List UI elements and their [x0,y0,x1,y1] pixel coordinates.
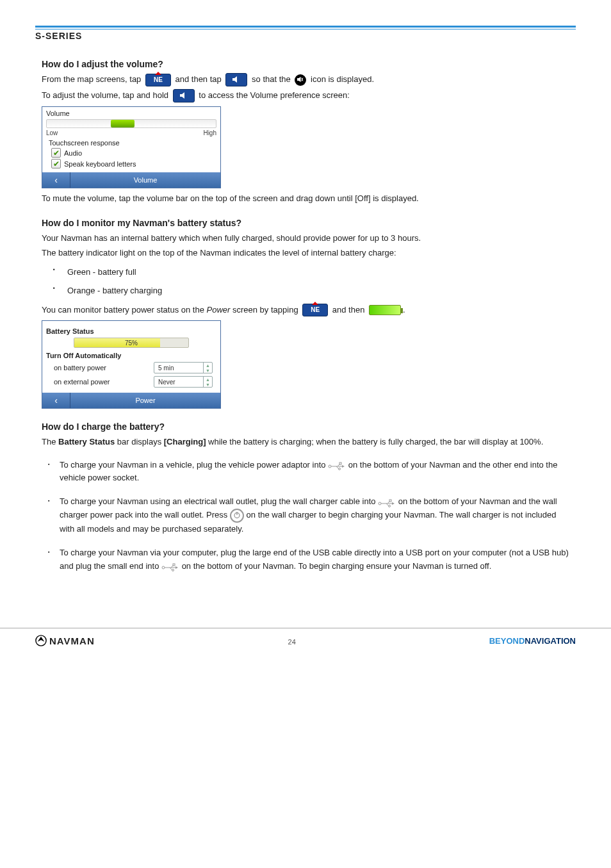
svg-point-10 [379,502,381,505]
volume-para-3: To mute the volume, tap the volume bar o… [42,192,569,205]
svg-marker-21 [175,566,178,569]
svg-marker-9 [342,465,345,468]
power-footer-label: Power [70,397,220,404]
on-external-selector: Never ▲▼ [154,376,213,388]
usb-icon-3 [161,562,179,571]
svg-marker-14 [392,502,395,505]
svg-marker-0 [232,76,237,83]
stepper-arrows-icon-2: ▲▼ [203,377,212,387]
battery-intro: Your Navman has an internal battery whic… [42,232,569,245]
power-screenshot: Battery Status 75% Turn Off Automaticall… [42,320,221,409]
charge-step-2: To charge your Navman using an electrica… [48,495,569,536]
ne-icon-2: NE [302,304,328,316]
svg-point-17 [162,566,165,569]
battery-level-icon [369,305,401,315]
power-button-icon [230,509,244,523]
on-external-value: Never [154,377,203,387]
turnoff-heading: Turn Off Automatically [46,352,216,359]
on-battery-value: 5 min [154,363,203,373]
battery-heading: How do I monitor my Navman's battery sta… [42,218,569,228]
mute-icon [295,74,306,86]
svg-point-13 [389,505,391,507]
ne-icon: NE [145,74,171,86]
battery-monitor-para: You can monitor battery power status on … [42,304,569,317]
series-header: S-SERIES [35,29,576,46]
on-external-label: on external power [54,378,110,386]
speak-label: Speak keyboard letters [64,160,136,168]
charge-step-1: To charge your Navman in a vehicle, plug… [48,459,569,486]
volume-para-1: From the map screens, tap NE and then ta… [42,73,569,86]
charge-intro: The Battery Status bar displays [Chargin… [42,436,569,448]
bullet-orange: Orange - battery charging [67,284,569,297]
battery-bar: 75% [74,338,189,348]
svg-marker-4 [180,92,184,99]
volume-low-label: Low [46,129,58,136]
svg-point-5 [329,465,331,468]
navman-logo: NAVMAN [35,635,95,646]
audio-label: Audio [64,149,82,157]
usb-icon-2 [378,498,396,507]
usb-icon [328,461,346,470]
svg-point-8 [339,468,341,470]
battery-status-title: Battery Status [46,327,216,335]
navman-brand-text: NAVMAN [49,635,95,646]
battery-percent: 75% [74,338,188,347]
volume-ss-title: Volume [46,110,216,117]
speaker-icon [225,73,247,86]
volume-para-2: To adjust the volume, tap and hold to ac… [42,89,569,102]
svg-rect-19 [173,564,175,566]
svg-rect-7 [339,463,341,464]
svg-marker-1 [297,77,301,82]
page-number: 24 [288,638,296,646]
on-battery-label: on battery power [54,364,106,372]
volume-screenshot: Volume Low High Touchscreen response ✔ A… [42,106,221,188]
navman-logo-icon [35,635,47,646]
charge-step-3: To charge your Navman via your computer,… [48,546,569,573]
svg-point-20 [172,569,174,571]
stepper-arrows-icon: ▲▼ [203,363,212,373]
volume-footer-label: Volume [70,176,220,184]
touchscreen-label: Touchscreen response [49,139,216,147]
on-battery-selector: 5 min ▲▼ [154,362,213,373]
audio-checkbox: ✔ [51,148,61,158]
volume-back-button: ‹ [42,172,70,188]
speaker-icon-2 [173,89,195,102]
speak-checkbox: ✔ [51,159,61,168]
beyond-navigation-tagline: BEYONDNAVIGATION [489,636,576,646]
bullet-green: Green - battery full [67,266,569,279]
svg-rect-12 [389,500,391,502]
power-back-button: ‹ [42,393,70,408]
volume-high-label: High [203,129,216,136]
charge-heading: How do I charge the battery? [42,422,569,432]
volume-bar [46,119,216,128]
volume-heading: How do I adjust the volume? [42,59,569,69]
battery-bullets-intro: The battery indicator light on the top o… [42,247,569,259]
